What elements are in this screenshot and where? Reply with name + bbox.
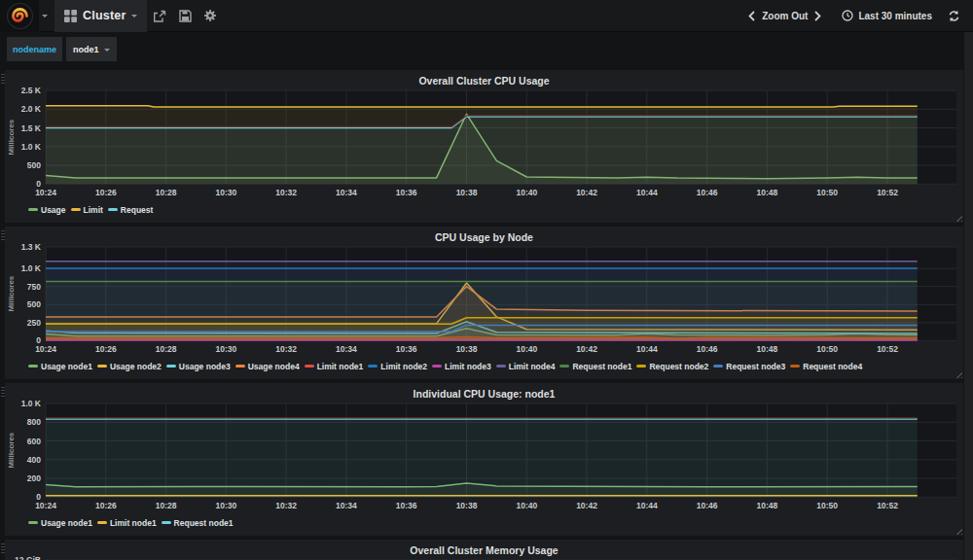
svg-text:10:52: 10:52 — [877, 501, 898, 510]
x-axis-labels: 10:2410:2610:2810:3010:3210:3410:3610:38… — [35, 344, 898, 354]
chevron-left-icon — [747, 11, 756, 21]
svg-text:10:40: 10:40 — [516, 501, 537, 510]
y-axis-title: Millicores — [7, 432, 16, 468]
scrollbar-track[interactable] — [964, 32, 973, 560]
legend-item-limit-node1[interactable]: Limit node1 — [97, 518, 157, 528]
chart-legend: UsageLimitRequest — [28, 205, 153, 215]
save-button[interactable] — [172, 0, 198, 32]
panel-title[interactable]: Overall Cluster Memory Usage — [5, 540, 963, 556]
legend-item-request[interactable]: Request — [108, 205, 154, 215]
navbar: Cluster — [0, 0, 973, 32]
legend-item-usage-node1[interactable]: Usage node1 — [28, 518, 92, 528]
refresh-button[interactable] — [948, 10, 960, 22]
svg-text:10:38: 10:38 — [456, 188, 478, 197]
legend-item-request-node1[interactable]: Request node1 — [559, 362, 631, 371]
legend-item-limit-node2[interactable]: Limit node2 — [368, 362, 427, 371]
svg-text:10:26: 10:26 — [95, 501, 117, 510]
legend-item-usage-node3[interactable]: Usage node3 — [166, 362, 231, 371]
share-button[interactable] — [147, 0, 172, 32]
svg-text:10:42: 10:42 — [576, 501, 597, 510]
svg-text:10:30: 10:30 — [215, 344, 236, 354]
panel-overall-cluster-memory-usage: Overall Cluster Memory Usage 12 GiB — [5, 540, 963, 560]
grid-icon — [64, 10, 77, 22]
svg-text:10:28: 10:28 — [156, 188, 177, 197]
grafana-dashboard: Cluster — [0, 0, 973, 560]
x-axis-labels: 10:2410:2610:2810:3010:3210:3410:3610:38… — [35, 188, 898, 197]
legend-item-limit-node1[interactable]: Limit node1 — [305, 362, 364, 371]
panel-title[interactable]: Individual CPU Usage: node1 — [5, 383, 963, 400]
y-axis-labels: 05001.0 K1.5 K2.0 K2.5 K — [21, 86, 42, 189]
y-axis-labels: 02004006008001.0 K — [21, 399, 42, 502]
panel-individual-cpu-usage-node1: Individual CPU Usage: node1 020040060080… — [5, 383, 963, 536]
legend-item-usage[interactable]: Usage — [28, 205, 66, 215]
svg-text:10:34: 10:34 — [336, 501, 357, 510]
grafana-logo — [7, 3, 33, 29]
chart-legend: Usage node1Limit node1Request node1 — [28, 518, 234, 528]
svg-text:10:44: 10:44 — [636, 344, 658, 354]
chevron-down-icon — [104, 49, 110, 54]
panel-overall-cluster-cpu-usage: Overall Cluster CPU Usage 05001.0 K1.5 K… — [5, 70, 963, 223]
zoom-out-button[interactable]: Zoom Out — [756, 11, 813, 21]
svg-text:600: 600 — [27, 437, 41, 446]
variable-value-dropdown[interactable]: node1 — [66, 37, 117, 61]
dashboard-panels: Overall Cluster CPU Usage 05001.0 K1.5 K… — [0, 66, 973, 560]
svg-text:10:32: 10:32 — [275, 344, 297, 354]
svg-text:500: 500 — [27, 160, 41, 170]
legend-item-limit[interactable]: Limit — [71, 205, 103, 215]
dashboard-picker[interactable]: Cluster — [54, 0, 147, 32]
svg-text:1.0 K: 1.0 K — [21, 142, 42, 152]
panel-title[interactable]: CPU Usage by Node — [5, 227, 963, 243]
series-request-node4 — [46, 336, 918, 340]
gear-icon — [203, 9, 217, 22]
svg-text:10:32: 10:32 — [275, 188, 297, 197]
svg-text:10:50: 10:50 — [816, 188, 838, 197]
variables-submenu: nodename node1 — [0, 32, 973, 66]
chart-canvas: 02004006008001.0 K10:2410:2610:2810:3010… — [5, 383, 963, 536]
settings-button[interactable] — [198, 0, 223, 32]
svg-text:10:48: 10:48 — [757, 188, 778, 197]
svg-text:10:34: 10:34 — [336, 188, 357, 197]
svg-text:10:46: 10:46 — [697, 188, 718, 197]
panel-title[interactable]: Overall Cluster CPU Usage — [5, 70, 963, 87]
chart-canvas: 05001.0 K1.5 K2.0 K2.5 K10:2410:2610:281… — [5, 70, 963, 223]
share-icon — [153, 10, 166, 22]
svg-text:10:38: 10:38 — [456, 501, 478, 510]
svg-text:10:34: 10:34 — [336, 344, 357, 354]
svg-text:500: 500 — [27, 299, 41, 309]
x-axis-labels: 10:2410:2610:2810:3010:3210:3410:3610:38… — [35, 501, 898, 510]
legend-item-request-node2[interactable]: Request node2 — [636, 362, 708, 371]
svg-text:10:30: 10:30 — [215, 188, 236, 197]
svg-text:10:24: 10:24 — [35, 344, 56, 354]
time-forward-button[interactable] — [813, 11, 822, 21]
svg-text:10:46: 10:46 — [697, 344, 718, 354]
y-axis-title: Millicores — [7, 119, 16, 155]
svg-text:2.5 K: 2.5 K — [21, 86, 42, 95]
legend-item-request-node4[interactable]: Request node4 — [790, 362, 862, 371]
legend-item-request-node1[interactable]: Request node1 — [162, 518, 234, 528]
dashboard-title: Cluster — [83, 9, 126, 22]
time-range-picker[interactable]: Last 30 minutes — [842, 10, 932, 21]
legend-item-request-node3[interactable]: Request node3 — [713, 362, 785, 371]
svg-text:10:32: 10:32 — [275, 501, 297, 510]
svg-text:800: 800 — [27, 417, 41, 427]
chart-legend: Usage node1Usage node2Usage node3Usage n… — [28, 362, 862, 371]
legend-item-usage-node4[interactable]: Usage node4 — [235, 362, 300, 371]
svg-text:10:46: 10:46 — [697, 501, 718, 510]
legend-item-limit-node4[interactable]: Limit node4 — [496, 362, 556, 371]
svg-text:10:50: 10:50 — [816, 344, 838, 354]
svg-text:10:42: 10:42 — [576, 344, 597, 354]
legend-item-usage-node2[interactable]: Usage node2 — [97, 362, 162, 371]
svg-text:10:24: 10:24 — [35, 188, 56, 197]
svg-text:10:48: 10:48 — [757, 344, 778, 354]
svg-text:10:38: 10:38 — [456, 344, 478, 354]
svg-text:10:48: 10:48 — [757, 501, 778, 510]
time-back-button[interactable] — [747, 11, 756, 21]
time-range-label: Last 30 minutes — [858, 11, 932, 21]
legend-item-limit-node3[interactable]: Limit node3 — [432, 362, 491, 371]
legend-item-usage-node1[interactable]: Usage node1 — [28, 362, 92, 371]
grafana-logo-button[interactable] — [0, 0, 39, 32]
svg-text:400: 400 — [27, 455, 41, 465]
variable-value: node1 — [73, 45, 99, 54]
logo-dropdown-caret-icon[interactable] — [42, 15, 48, 20]
series-request-node1 — [46, 419, 918, 497]
